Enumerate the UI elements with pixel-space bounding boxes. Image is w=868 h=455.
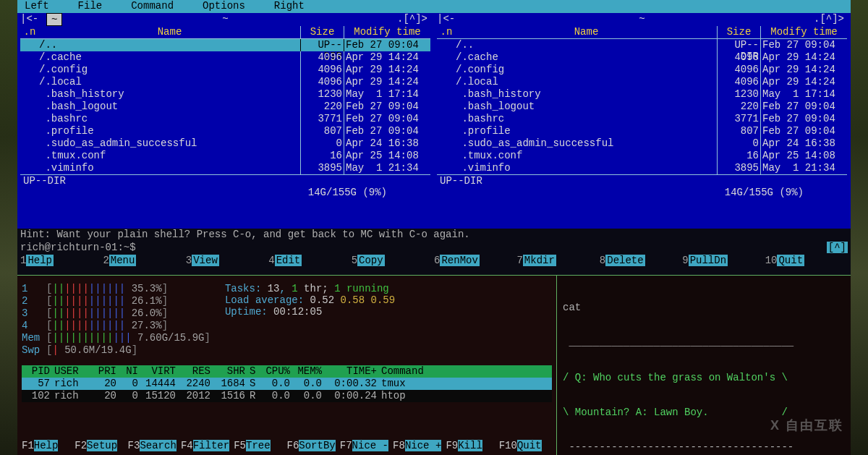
file-row[interactable]: .sudo_as_admin_successful0Apr 24 16:38 bbox=[437, 137, 847, 150]
htop-pane: 1[|||||||||||| 35.3%]2[|||||||||||| 26.1… bbox=[17, 275, 557, 455]
file-row[interactable]: .bashrc3771Feb 27 09:04 bbox=[437, 113, 847, 125]
file-row[interactable]: .bash_logout220Feb 27 09:04 bbox=[437, 101, 847, 113]
cowsay-text-1: / Q: Who cuts the grass on Walton's \ bbox=[563, 372, 845, 383]
file-row[interactable]: .tmux.conf16Apr 25 14:08 bbox=[20, 150, 430, 162]
wallpaper-right bbox=[851, 0, 868, 455]
fkey-delete[interactable]: 8Delete bbox=[600, 255, 682, 268]
mc-menu-file[interactable]: File bbox=[78, 0, 103, 13]
mc-shell-prompt[interactable]: rich@richturn-01:~$ [^] bbox=[17, 242, 851, 255]
process-row[interactable]: 102rich2001512020121516R0.00.00:00.24hto… bbox=[22, 390, 552, 402]
htop-table-header[interactable]: PID USER PRI NI VIRT RES SHR S CPU% MEM%… bbox=[22, 365, 552, 378]
file-row[interactable]: .profile807Feb 27 09:04 bbox=[20, 125, 430, 137]
shell-cmd-cat: cat bbox=[563, 302, 845, 313]
mc-menubar: Left File Command Options Right bbox=[17, 0, 851, 13]
htop-fkey-nice-[interactable]: F7Nice - bbox=[340, 440, 393, 452]
file-row[interactable]: .bashrc3771Feb 27 09:04 bbox=[20, 113, 430, 125]
mc-left-panel: |<-~.[^]>.nNameSizeModify time/..UP--DIR… bbox=[17, 13, 434, 229]
htop-fkey-help[interactable]: F1Help bbox=[22, 440, 75, 452]
htop-summary: Tasks: 13, 1 thr; 1 running Load average… bbox=[225, 283, 395, 357]
fkey-renmov[interactable]: 6RenMov bbox=[434, 255, 516, 268]
fkey-view[interactable]: 3View bbox=[186, 255, 268, 268]
mc-hint: Hint: Want your plain shell? Press C-o, … bbox=[17, 229, 851, 242]
mc-menu-command[interactable]: Command bbox=[131, 0, 174, 13]
file-row[interactable]: .tmux.conf16Apr 25 14:08 bbox=[437, 150, 847, 162]
terminal-tmux: Left File Command Options Right ~ |<-~.[… bbox=[17, 0, 851, 455]
file-row[interactable]: .viminfo3895May 1 21:34 bbox=[437, 162, 847, 174]
htop-fkey-tree[interactable]: F5Tree bbox=[234, 440, 286, 452]
swp-meter: Swp[| 50.6M/19.4G] bbox=[22, 344, 210, 357]
shell-pane[interactable]: cat ____________________________________… bbox=[557, 275, 851, 455]
htop-fkey-filter[interactable]: F4Filter bbox=[181, 440, 234, 452]
mc-right-panel: |<-~.[^]>.nNameSizeModify time/..UP--DIR… bbox=[434, 13, 851, 229]
mc-cwd-popup[interactable]: ~ bbox=[46, 13, 62, 26]
file-row[interactable]: .bash_logout220Feb 27 09:04 bbox=[20, 101, 430, 113]
fkey-edit[interactable]: 4Edit bbox=[268, 255, 351, 268]
file-row[interactable]: /.cache4096Apr 29 14:24 bbox=[20, 51, 430, 64]
file-row[interactable]: /.config4096Apr 29 14:24 bbox=[437, 64, 847, 76]
wallpaper-left bbox=[0, 0, 17, 455]
htop-fkey-nice+[interactable]: F8Nice + bbox=[393, 440, 446, 452]
file-row[interactable]: .bash_history1230May 1 17:14 bbox=[437, 88, 847, 101]
file-row[interactable]: /..UP--DIRFeb 27 09:04 bbox=[437, 39, 847, 51]
mc-menu-options[interactable]: Options bbox=[203, 0, 245, 13]
htop-function-keys: F1HelpF2SetupF3SearchF4FilterF5TreeF6Sor… bbox=[22, 440, 552, 452]
fkey-pulldn[interactable]: 9PullDn bbox=[682, 255, 765, 268]
htop-fkey-setup[interactable]: F2Setup bbox=[75, 440, 127, 452]
mc-pane: Left File Command Options Right ~ |<-~.[… bbox=[17, 0, 851, 275]
cowsay-border-bottom: ------------------------------------- bbox=[563, 441, 845, 453]
htop-fkey-kill[interactable]: F9Kill bbox=[446, 440, 498, 452]
mem-meter: Mem[||||||||||||| 7.60G/15.9G] bbox=[22, 332, 210, 344]
file-row[interactable]: .sudo_as_admin_successful0Apr 24 16:38 bbox=[20, 137, 430, 150]
file-row[interactable]: /.cache4096Apr 29 14:24 bbox=[437, 51, 847, 64]
fkey-quit[interactable]: 10Quit bbox=[765, 255, 848, 268]
process-row[interactable]: 57rich2001444422401684S0.00.00:00.32tmux bbox=[22, 378, 552, 390]
cpu-meter-4: 4[|||||||||||| 27.3%] bbox=[22, 320, 210, 332]
fkey-copy[interactable]: 5Copy bbox=[352, 255, 434, 268]
cpu-meter-2: 2[|||||||||||| 26.1%] bbox=[22, 295, 210, 307]
cpu-meter-1: 1[|||||||||||| 35.3%] bbox=[22, 283, 210, 295]
fkey-menu[interactable]: 2Menu bbox=[103, 255, 185, 268]
htop-fkey-sortby[interactable]: F6SortBy bbox=[286, 440, 339, 452]
file-row[interactable]: /.config4096Apr 29 14:24 bbox=[20, 64, 430, 76]
fkey-mkdir[interactable]: 7Mkdir bbox=[516, 255, 599, 268]
file-row[interactable]: /..UP--DIRFeb 27 09:04 bbox=[20, 39, 430, 51]
htop-fkey-quit[interactable]: F10Quit bbox=[499, 440, 552, 452]
mc-menu-left[interactable]: Left bbox=[25, 0, 49, 13]
mc-function-keys: 1Help2Menu3View4Edit5Copy6RenMov7Mkdir8D… bbox=[17, 255, 851, 268]
file-row[interactable]: .bash_history1230May 1 17:14 bbox=[20, 88, 430, 101]
file-row[interactable]: /.local4096Apr 29 14:24 bbox=[437, 76, 847, 88]
cpu-meter-3: 3[|||||||||||| 26.0%] bbox=[22, 307, 210, 320]
file-row[interactable]: .viminfo3895May 1 21:34 bbox=[20, 162, 430, 174]
htop-fkey-search[interactable]: F3Search bbox=[128, 440, 181, 452]
mc-caret-icon[interactable]: [^] bbox=[827, 242, 848, 253]
fkey-help[interactable]: 1Help bbox=[20, 255, 103, 268]
file-row[interactable]: /.local4096Apr 29 14:24 bbox=[20, 76, 430, 88]
watermark: X 自由互联 bbox=[770, 418, 843, 433]
cowsay-text-2: \ Mountain? A: Lawn Boy. / bbox=[563, 407, 845, 418]
mc-menu-right[interactable]: Right bbox=[274, 0, 305, 13]
cowsay-border-top: _____________________________________ bbox=[563, 336, 845, 348]
file-row[interactable]: .profile807Feb 27 09:04 bbox=[437, 125, 847, 137]
